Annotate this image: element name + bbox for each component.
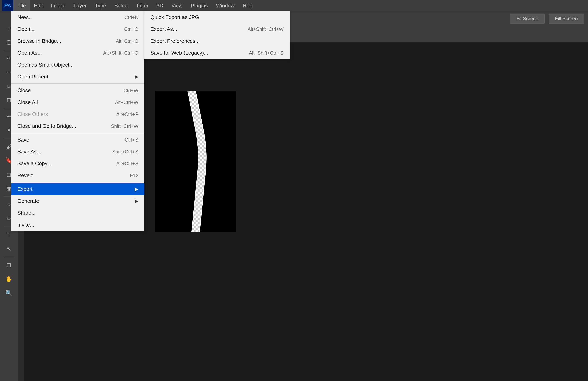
file-menu-item-open-recent[interactable]: Open Recent▶ xyxy=(11,71,144,83)
menu-item-label: Revert xyxy=(17,172,33,179)
submenu-arrow-icon: ▶ xyxy=(135,74,138,80)
menu-item-plugins[interactable]: Plugins xyxy=(187,0,212,11)
menu-item-label: Generate xyxy=(17,198,39,204)
menu-item-shortcut: Ctrl+S xyxy=(125,137,138,143)
file-menu-item-save-copy[interactable]: Save a Copy...Alt+Ctrl+S xyxy=(11,158,144,170)
menu-separator xyxy=(11,182,144,182)
file-menu-item-invite[interactable]: Invite... xyxy=(11,219,144,231)
menu-item-image[interactable]: Image xyxy=(47,0,70,11)
file-menu-item-close-others: Close OthersAlt+Ctrl+P xyxy=(11,108,144,120)
tool-zoom[interactable]: 🔍 xyxy=(3,286,16,299)
export-menu-item-export-as[interactable]: Export As...Alt+Shift+Ctrl+W xyxy=(144,23,290,35)
file-menu-item-generate[interactable]: Generate▶ xyxy=(11,195,144,207)
file-menu-item-new[interactable]: New...Ctrl+N xyxy=(11,11,144,23)
menu-item-shortcut: Alt+Ctrl+P xyxy=(116,111,138,117)
file-menu-item-revert[interactable]: RevertF12 xyxy=(11,170,144,181)
menu-item-label: Close All xyxy=(17,99,38,105)
menu-item-label: Save a Copy... xyxy=(17,160,51,167)
file-menu-item-export[interactable]: Export▶ xyxy=(11,183,144,195)
menu-item-shortcut: Alt+Ctrl+S xyxy=(116,161,138,166)
export-menu-item-save-web[interactable]: Save for Web (Legacy)...Alt+Shift+Ctrl+S xyxy=(144,47,290,59)
export-menu-item-quick-export[interactable]: Quick Export as JPG xyxy=(144,11,290,23)
menu-item-label: Close and Go to Bridge... xyxy=(17,123,76,129)
menu-item-shortcut: F12 xyxy=(130,173,138,179)
menu-item-label: New... xyxy=(17,14,32,20)
menu-item-label: Share... xyxy=(17,210,36,216)
file-menu-item-open-as[interactable]: Open As...Alt+Shift+Ctrl+O xyxy=(11,47,144,59)
file-menu-item-close[interactable]: CloseCtrl+W xyxy=(11,84,144,96)
menu-separator xyxy=(11,83,144,84)
menu-bar: Ps FileEditImageLayerTypeSelectFilter3DV… xyxy=(0,0,588,11)
tool-separator xyxy=(4,257,14,257)
menu-item-shortcut: Ctrl+W xyxy=(124,88,138,93)
file-menu-item-share[interactable]: Share... xyxy=(11,207,144,219)
menu-item-shortcut: Shift+Ctrl+S xyxy=(112,149,138,155)
menu-item-edit[interactable]: Edit xyxy=(30,0,47,11)
menu-item-label: Open... xyxy=(17,26,35,32)
tool-path-select[interactable]: ↖ xyxy=(3,242,16,255)
menu-item-file[interactable]: File xyxy=(13,0,30,11)
export-submenu: Quick Export as JPGExport As...Alt+Shift… xyxy=(144,11,290,59)
menu-item-3d[interactable]: 3D xyxy=(152,0,167,11)
menu-item-shortcut: Alt+Ctrl+O xyxy=(116,38,138,44)
fill-screen-button[interactable]: Fill Screen xyxy=(549,14,584,24)
file-menu-item-browse[interactable]: Browse in Bridge...Alt+Ctrl+O xyxy=(11,35,144,47)
menu-item-view[interactable]: View xyxy=(167,0,187,11)
menu-item-label: Open Recent xyxy=(17,74,48,80)
fit-screen-button[interactable]: Fit Screen xyxy=(510,14,545,24)
file-menu-item-save-as[interactable]: Save As...Shift+Ctrl+S xyxy=(11,146,144,158)
menu-separator xyxy=(11,133,144,133)
menu-item-select[interactable]: Select xyxy=(110,0,133,11)
menu-item-label: Open As... xyxy=(17,50,42,56)
menu-items: FileEditImageLayerTypeSelectFilter3DView… xyxy=(13,0,257,11)
menu-item-shortcut: Alt+Shift+Ctrl+O xyxy=(103,50,138,56)
export-item-label: Export Preferences... xyxy=(150,38,200,44)
menu-item-label: Export xyxy=(17,186,32,192)
file-menu-item-open[interactable]: Open...Ctrl+O xyxy=(11,23,144,35)
menu-item-shortcut: Ctrl+O xyxy=(124,26,138,32)
menu-item-shortcut: Shift+Ctrl+W xyxy=(111,123,138,129)
submenu-arrow-icon: ▶ xyxy=(135,187,138,192)
menu-item-label: Save xyxy=(17,137,29,143)
menu-item-label: Close xyxy=(17,87,31,94)
export-item-label: Save for Web (Legacy)... xyxy=(150,50,208,56)
menu-item-label: Close Others xyxy=(17,111,48,117)
menu-item-label: Invite... xyxy=(17,222,34,228)
menu-item-filter[interactable]: Filter xyxy=(133,0,153,11)
menu-item-label: Browse in Bridge... xyxy=(17,38,61,44)
file-menu-item-save[interactable]: SaveCtrl+S xyxy=(11,134,144,146)
tool-shape[interactable]: □ xyxy=(3,259,16,272)
image-canvas xyxy=(155,91,236,232)
menu-item-help[interactable]: Help xyxy=(239,0,257,11)
tool-hand[interactable]: ✋ xyxy=(3,273,16,285)
menu-item-type[interactable]: Type xyxy=(91,0,110,11)
menu-item-label: Save As... xyxy=(17,149,41,155)
menu-item-window[interactable]: Window xyxy=(212,0,239,11)
menu-item-shortcut: Alt+Ctrl+W xyxy=(115,100,138,105)
ps-logo: Ps xyxy=(2,0,13,11)
menu-item-shortcut: Ctrl+N xyxy=(125,15,138,20)
file-menu-item-close-all[interactable]: Close AllAlt+Ctrl+W xyxy=(11,96,144,108)
export-menu-item-export-prefs[interactable]: Export Preferences... xyxy=(144,35,290,47)
file-menu-item-close-bridge[interactable]: Close and Go to Bridge...Shift+Ctrl+W xyxy=(11,120,144,132)
export-item-shortcut: Alt+Shift+Ctrl+S xyxy=(249,50,284,56)
menu-item-layer[interactable]: Layer xyxy=(70,0,91,11)
submenu-arrow-icon: ▶ xyxy=(135,199,138,204)
export-item-label: Export As... xyxy=(150,26,177,32)
file-menu-item-open-smart[interactable]: Open as Smart Object... xyxy=(11,59,144,71)
menu-item-label: Open as Smart Object... xyxy=(17,62,74,68)
file-menu-dropdown: New...Ctrl+NOpen...Ctrl+OBrowse in Bridg… xyxy=(11,11,144,231)
export-item-shortcut: Alt+Shift+Ctrl+W xyxy=(248,26,284,32)
export-item-label: Quick Export as JPG xyxy=(150,14,199,20)
